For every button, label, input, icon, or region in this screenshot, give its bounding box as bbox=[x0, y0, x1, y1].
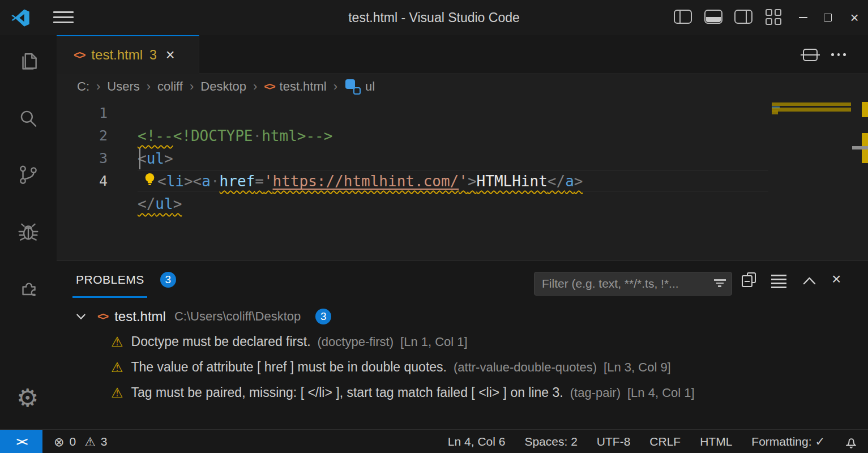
active-tab-underline bbox=[72, 296, 147, 298]
breadcrumb-file[interactable]: test.html bbox=[280, 79, 327, 94]
breadcrumb-user[interactable]: coliff bbox=[157, 79, 183, 94]
overview-warning-mark bbox=[862, 102, 868, 117]
vscode-window: test.html - Visual Studio Code × bbox=[0, 0, 868, 453]
indentation-status[interactable]: Spaces: 2 bbox=[524, 435, 577, 448]
explorer-icon[interactable] bbox=[16, 50, 40, 74]
minimap[interactable] bbox=[772, 100, 851, 260]
problem-source: (doctype-first) bbox=[318, 335, 394, 349]
code-line-3[interactable]: <li><a·href='https://htmlhint.com/'>HTML… bbox=[57, 147, 793, 170]
problems-file-name: test.html bbox=[114, 309, 166, 324]
tab-warning-count: 3 bbox=[149, 48, 157, 63]
maximize-panel-icon[interactable] bbox=[802, 276, 818, 292]
problem-row[interactable]: ⚠ Tag must be paired, missing: [ </li> ]… bbox=[57, 380, 868, 405]
tab-test-html[interactable]: <> test.html 3 × bbox=[57, 35, 199, 74]
minimap-warning-line-3 bbox=[772, 108, 851, 112]
breadcrumb: C: › Users › coliff › Desktop › <> test.… bbox=[57, 74, 868, 100]
problems-file-row[interactable]: <> test.html C:\Users\coliff\Desktop 3 bbox=[57, 304, 868, 329]
collapse-all-icon[interactable] bbox=[742, 272, 758, 288]
language-mode-status[interactable]: HTML bbox=[700, 435, 732, 448]
breadcrumb-folder[interactable]: Desktop bbox=[200, 79, 246, 94]
problem-location: [Ln 4, Col 1] bbox=[627, 386, 695, 400]
problem-source: (tag-pair) bbox=[570, 386, 621, 400]
extensions-icon[interactable] bbox=[16, 276, 40, 300]
settings-gear-icon[interactable]: ⚙ bbox=[16, 386, 40, 410]
problem-source: (attr-value-double-quotes) bbox=[454, 360, 597, 375]
warning-icon: ⚠ bbox=[111, 360, 123, 375]
breadcrumb-drive[interactable]: C: bbox=[77, 79, 89, 94]
breadcrumb-symbol[interactable]: ul bbox=[365, 79, 375, 94]
cursor-position-status[interactable]: Ln 4, Col 6 bbox=[448, 435, 506, 448]
status-bar: >< ⊗ 0 ⚠ 3 Ln 4, Col 6 Spaces: 2 UTF-8 C… bbox=[0, 429, 868, 453]
toggle-primary-sidebar-button[interactable] bbox=[674, 10, 692, 24]
errors-icon: ⊗ bbox=[54, 435, 64, 449]
code-line-4[interactable]: </ul> bbox=[57, 170, 793, 193]
tab-strip: <> test.html 3 × bbox=[57, 35, 868, 74]
run-debug-icon[interactable] bbox=[16, 220, 40, 243]
code-editor[interactable]: 1 2 3 4 <!--<!DOCTYPE·html>--> <ul> <li>… bbox=[57, 100, 868, 260]
remote-indicator[interactable]: >< bbox=[0, 430, 42, 453]
problems-file-path: C:\Users\coliff\Desktop bbox=[174, 309, 301, 324]
notifications-bell-icon[interactable] bbox=[844, 434, 858, 449]
warnings-count: 3 bbox=[101, 435, 108, 448]
editor-group: <> test.html 3 × C: › Users › coliff › D… bbox=[57, 35, 868, 429]
code-line-1[interactable]: <!--<!DOCTYPE·html>--> bbox=[57, 102, 793, 125]
toggle-secondary-sidebar-button[interactable] bbox=[734, 10, 752, 24]
filter-input[interactable] bbox=[535, 272, 708, 295]
search-icon[interactable] bbox=[16, 107, 40, 131]
problem-message: Tag must be paired, missing: [ </li> ], … bbox=[131, 385, 563, 400]
tag-token: ul bbox=[155, 195, 173, 212]
symbol-field-icon bbox=[345, 79, 361, 95]
remote-icon: >< bbox=[16, 435, 26, 448]
errors-count: 0 bbox=[69, 435, 76, 448]
warning-icon: ⚠ bbox=[111, 334, 123, 350]
customize-layout-button[interactable] bbox=[766, 9, 784, 24]
more-actions-icon[interactable] bbox=[831, 53, 850, 56]
file-problems-badge: 3 bbox=[315, 309, 331, 324]
split-editor-icon[interactable] bbox=[803, 49, 818, 61]
breadcrumb-separator: › bbox=[190, 79, 194, 94]
problems-count-badge: 3 bbox=[160, 272, 176, 288]
close-window-button[interactable]: × bbox=[842, 0, 867, 35]
chevron-down-icon[interactable] bbox=[74, 309, 88, 324]
warnings-icon: ⚠ bbox=[84, 435, 96, 449]
problems-panel: PROBLEMS 3 × bbox=[57, 260, 868, 429]
minimap-warning-line-4 bbox=[772, 110, 778, 114]
punct-token: </ bbox=[138, 195, 155, 212]
warning-icon: ⚠ bbox=[111, 385, 123, 401]
breadcrumb-separator: › bbox=[333, 79, 337, 94]
formatting-status[interactable]: Formatting: ✓ bbox=[751, 435, 825, 448]
problem-message: Doctype must be declared first. bbox=[131, 334, 311, 349]
problem-location: [Ln 3, Col 9] bbox=[604, 360, 671, 375]
check-icon: ✓ bbox=[815, 435, 825, 448]
eol-status[interactable]: CRLF bbox=[649, 435, 681, 448]
view-as-table-icon[interactable] bbox=[771, 275, 787, 290]
status-bar-right: Ln 4, Col 6 Spaces: 2 UTF-8 CRLF HTML Fo… bbox=[448, 430, 858, 453]
overview-cursor-mark bbox=[852, 146, 868, 149]
problems-filter bbox=[534, 272, 732, 296]
tab-close-icon[interactable]: × bbox=[166, 46, 175, 64]
tab-label: test.html bbox=[91, 47, 143, 63]
html-file-icon: <> bbox=[74, 49, 84, 62]
problem-row[interactable]: ⚠ Doctype must be declared first. (docty… bbox=[57, 329, 868, 354]
problem-message: The value of attribute [ href ] must be … bbox=[131, 360, 447, 375]
source-control-icon[interactable] bbox=[16, 163, 40, 187]
filter-icon[interactable] bbox=[713, 279, 726, 289]
minimize-button[interactable] bbox=[790, 0, 815, 35]
close-panel-icon[interactable]: × bbox=[832, 271, 848, 287]
problems-summary[interactable]: ⊗ 0 ⚠ 3 bbox=[54, 430, 108, 453]
overview-ruler bbox=[862, 100, 868, 260]
problem-row[interactable]: ⚠ The value of attribute [ href ] must b… bbox=[57, 354, 868, 380]
breadcrumb-separator: › bbox=[96, 79, 100, 94]
maximize-button[interactable] bbox=[815, 0, 840, 35]
encoding-status[interactable]: UTF-8 bbox=[597, 435, 631, 448]
html-file-icon: <> bbox=[97, 310, 108, 323]
code-line-2[interactable]: <ul> bbox=[57, 125, 793, 147]
tab-problems[interactable]: PROBLEMS 3 bbox=[72, 261, 176, 298]
breadcrumb-users[interactable]: Users bbox=[107, 79, 139, 94]
breadcrumb-separator: › bbox=[147, 79, 151, 94]
toggle-panel-button[interactable] bbox=[704, 10, 722, 24]
punct-token: > bbox=[173, 195, 182, 212]
text-cursor bbox=[139, 148, 140, 169]
html-file-icon: <> bbox=[264, 80, 274, 93]
problem-location: [Ln 1, Col 1] bbox=[400, 335, 468, 349]
